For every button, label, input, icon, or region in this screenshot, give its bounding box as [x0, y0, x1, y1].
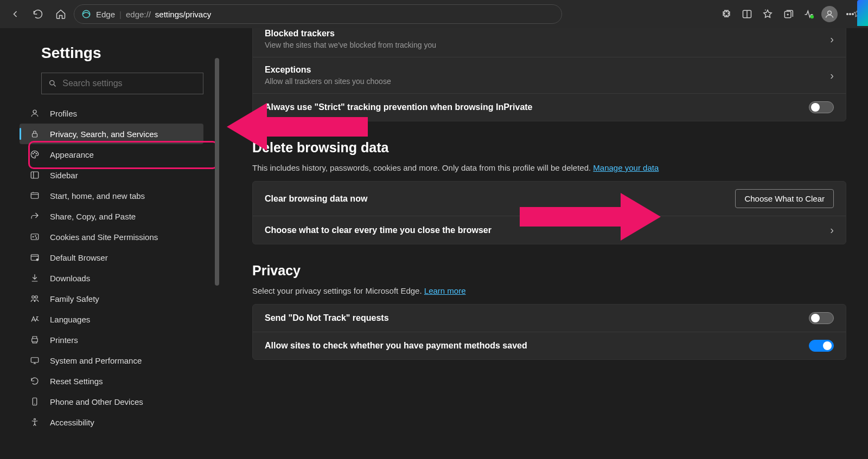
svg-rect-24	[32, 339, 38, 342]
sidebar-item-label: Default Browser	[50, 253, 108, 262]
svg-point-12	[34, 152, 35, 153]
back-button[interactable]	[5, 4, 25, 24]
svg-point-19	[36, 238, 37, 239]
refresh-button[interactable]	[28, 4, 48, 24]
tracking-card: Blocked trackers View the sites that we'…	[252, 28, 846, 121]
sidebar-item-label: Accessibility	[50, 418, 94, 427]
sidebar-item-appearance[interactable]: Appearance	[20, 144, 203, 165]
svg-point-8	[50, 81, 54, 85]
svg-rect-15	[31, 193, 39, 199]
sidebar-scrollbar[interactable]	[214, 58, 220, 448]
settings-search[interactable]	[41, 73, 203, 94]
sidebar-item-share-copy-and-paste[interactable]: Share, Copy, and Paste	[20, 206, 203, 227]
svg-point-18	[35, 236, 36, 237]
sidebar-icon	[29, 170, 40, 180]
sidebar-item-cookies-and-site-permissions[interactable]: Cookies and Site Permissions	[20, 227, 203, 247]
sidebar-item-label: Reset Settings	[50, 377, 103, 386]
payment-methods-toggle[interactable]	[809, 340, 834, 352]
sidebar-item-reset-settings[interactable]: Reset Settings	[20, 371, 203, 391]
settings-main: Blocked trackers View the sites that we'…	[220, 28, 868, 459]
profile-icon	[29, 108, 40, 119]
sidebar-item-label: Downloads	[50, 274, 90, 283]
sidebar-item-label: Cookies and Site Permissions	[50, 232, 158, 242]
sidebar-item-start-home-and-new-tabs[interactable]: Start, home, and new tabs	[20, 185, 203, 206]
system-icon	[29, 355, 40, 366]
exceptions-title: Exceptions	[265, 65, 391, 75]
performance-icon[interactable]	[800, 4, 818, 24]
blocked-trackers-title: Blocked trackers	[265, 29, 436, 38]
address-url-path: settings/privacy	[155, 10, 211, 19]
favorites-icon[interactable]	[758, 4, 777, 24]
browser-icon	[29, 252, 40, 263]
download-icon	[29, 273, 40, 283]
svg-point-22	[32, 296, 35, 299]
collections-icon[interactable]	[779, 4, 797, 24]
svg-point-17	[33, 236, 34, 237]
lock-icon	[29, 128, 40, 139]
svg-rect-25	[31, 358, 39, 363]
sidebar-item-label: Languages	[50, 315, 90, 324]
delete-data-card: Clear browsing data now Choose What to C…	[252, 181, 846, 244]
home-button[interactable]	[51, 4, 71, 24]
address-app-label: Edge	[96, 10, 115, 19]
privacy-desc: Select your privacy settings for Microso…	[252, 286, 846, 295]
svg-rect-16	[31, 234, 39, 240]
sidebar-item-downloads[interactable]: Downloads	[20, 268, 203, 288]
exceptions-row[interactable]: Exceptions Allow all trackers on sites y…	[253, 57, 846, 93]
strict-inprivate-toggle[interactable]	[809, 101, 834, 113]
svg-point-4	[828, 11, 832, 15]
privacy-learn-more-link[interactable]: Learn more	[424, 286, 466, 295]
edge-logo-icon	[81, 9, 92, 20]
svg-rect-10	[33, 133, 37, 137]
sidebar-item-system-and-performance[interactable]: System and Performance	[20, 350, 203, 371]
sidebar-item-label: Sidebar	[50, 171, 78, 180]
sidebar-item-label: Printers	[50, 335, 78, 345]
sidebar-item-label: Appearance	[50, 150, 94, 159]
sidebar-item-accessibility[interactable]: Accessibility	[20, 412, 203, 432]
delete-data-desc: This includes history, passwords, cookie…	[252, 163, 846, 172]
toolbar-right	[717, 4, 863, 24]
search-input[interactable]	[62, 79, 196, 88]
payment-methods-title: Allow sites to check whether you have pa…	[265, 341, 527, 351]
copilot-side-icon[interactable]	[857, 0, 868, 26]
sidebar-item-default-browser[interactable]: Default Browser	[20, 247, 203, 268]
svg-point-11	[33, 153, 34, 154]
palette-icon	[29, 149, 40, 160]
sidebar-item-printers[interactable]: Printers	[20, 329, 203, 350]
choose-what-to-clear-button[interactable]: Choose What to Clear	[735, 189, 834, 208]
sidebar-item-phone-and-other-devices[interactable]: Phone and Other Devices	[20, 391, 203, 412]
manage-your-data-link[interactable]: Manage your data	[593, 163, 659, 172]
chevron-right-icon: ›	[830, 224, 834, 236]
settings-sidebar: Settings ProfilesPrivacy, Search, and Se…	[0, 28, 220, 459]
svg-point-27	[34, 418, 36, 420]
blocked-trackers-sub: View the sites that we've blocked from t…	[265, 41, 436, 49]
settings-nav: ProfilesPrivacy, Search, and ServicesApp…	[41, 103, 203, 432]
sidebar-scroll-thumb[interactable]	[215, 58, 219, 286]
extensions-icon[interactable]	[717, 4, 736, 24]
sidebar-item-label: Profiles	[50, 109, 77, 118]
browser-toolbar: Edge | edge://settings/privacy	[0, 0, 868, 28]
strict-inprivate-row: Always use "Strict" tracking prevention …	[253, 93, 846, 121]
profile-avatar[interactable]	[820, 4, 839, 24]
privacy-card: Send "Do Not Track" requests Allow sites…	[252, 304, 846, 360]
sidebar-item-profiles[interactable]: Profiles	[20, 103, 203, 124]
sidebar-item-family-safety[interactable]: Family Safety	[20, 288, 203, 309]
svg-point-23	[35, 296, 38, 299]
sidebar-item-languages[interactable]: Languages	[20, 309, 203, 329]
sidebar-item-privacy-search-and-services[interactable]: Privacy, Search, and Services	[20, 124, 203, 144]
sidebar-item-sidebar[interactable]: Sidebar	[20, 165, 203, 185]
accessibility-icon	[29, 417, 40, 428]
svg-point-13	[36, 153, 37, 154]
share-icon	[29, 211, 40, 222]
svg-point-6	[850, 14, 851, 15]
blocked-trackers-row[interactable]: Blocked trackers View the sites that we'…	[253, 28, 846, 57]
reset-icon	[29, 376, 40, 386]
dnt-toggle[interactable]	[809, 312, 834, 324]
search-icon	[48, 79, 57, 88]
clear-on-close-row[interactable]: Choose what to clear every time you clos…	[253, 216, 846, 244]
delete-data-heading: Delete browsing data	[252, 140, 846, 156]
split-screen-icon[interactable]	[738, 4, 756, 24]
address-bar[interactable]: Edge | edge://settings/privacy	[74, 4, 562, 24]
payment-methods-row: Allow sites to check whether you have pa…	[253, 332, 846, 359]
clear-now-title: Clear browsing data now	[265, 194, 367, 204]
